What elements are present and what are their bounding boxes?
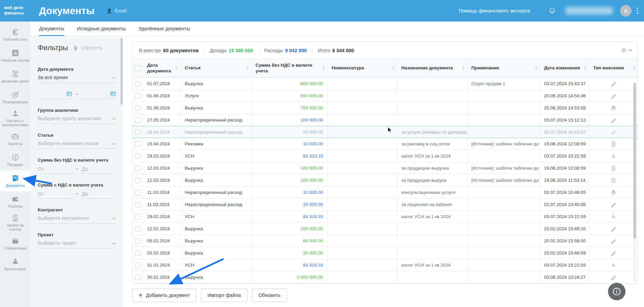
date-to-input[interactable] <box>81 90 116 99</box>
sidebar-item-planning[interactable]: Планирование <box>0 87 30 108</box>
sidebar-item-sales[interactable]: $Продажи <box>0 149 30 170</box>
column-header-entry_type[interactable]: Тип внесения <box>589 59 638 77</box>
kebab-menu-icon[interactable] <box>636 7 639 14</box>
filter-select[interactable]: Выберите название статьи <box>38 141 116 149</box>
row-checkbox[interactable] <box>135 250 140 256</box>
table-row[interactable]: 01.06.2024Выручка750 000.0020.06.2024 14… <box>132 102 638 114</box>
filter-select[interactable]: Выберите проект <box>38 240 116 248</box>
row-checkbox[interactable] <box>135 202 140 207</box>
date-from-input[interactable] <box>38 90 72 99</box>
row-checkbox[interactable] <box>135 214 140 219</box>
filter-select[interactable]: За всё время <box>38 75 116 83</box>
filter-select[interactable]: Выберите контрагента <box>38 215 116 224</box>
column-header-purpose[interactable]: Назначение документа <box>397 59 467 77</box>
help-link[interactable]: Помощь финансового эксперта <box>459 8 530 13</box>
refresh-button[interactable]: Обновить <box>252 288 287 302</box>
table-header: Дата документаСтатьяСумма без НДС в валю… <box>132 59 638 78</box>
column-header-modified[interactable]: Дата изменения <box>540 59 589 77</box>
table-row[interactable]: 11.03.2024Нераспределенный расход20 500.… <box>132 199 638 211</box>
sidebar-item-directories[interactable]: Справочники <box>0 233 30 254</box>
table-row[interactable]: 01.07.2024Выручка600 000.00Отдел продаж … <box>132 78 638 90</box>
briefcase-icon <box>11 132 20 141</box>
column-header-category[interactable]: Статья <box>181 59 251 77</box>
info-fab-button[interactable] <box>608 283 625 300</box>
sidebar-item-payment-requests[interactable]: $Заявки на платеж <box>0 212 30 233</box>
row-checkbox[interactable] <box>135 238 140 244</box>
sidebar-item-documents[interactable]: Документы <box>0 170 30 191</box>
table-row[interactable]: 15.04.2024Реклама10 000.00за рекламу в с… <box>132 138 638 150</box>
sidebar-item-counterparties[interactable]: Расчеты с контрагентами <box>0 108 30 129</box>
amount-from-input[interactable]: От <box>38 166 72 174</box>
table-row[interactable]: 12.02.2024Выручка100 000.0020.02.2024 15… <box>132 223 638 235</box>
range-dash: – <box>75 191 78 199</box>
sidebar-item-workspace[interactable]: Рабочий стол <box>0 24 30 45</box>
row-checkbox[interactable] <box>135 105 140 111</box>
person-icon <box>11 109 20 118</box>
filter-select[interactable]: Выберите группу аналитики <box>38 116 116 124</box>
sidebar-item-cash-flow[interactable]: Движение денег <box>0 66 30 87</box>
row-checkbox[interactable] <box>135 166 140 171</box>
sort-icon[interactable] <box>175 66 178 70</box>
table-row[interactable]: 12.03.2024Выручка100 000.00за продукцию … <box>132 174 638 186</box>
row-checkbox[interactable] <box>135 190 140 195</box>
table-row[interactable]: 01.06.2024Услуги550 000.0020.06.2024 14:… <box>132 90 638 102</box>
column-header-nomenclature[interactable]: Номенклатура <box>328 59 397 77</box>
row-checkbox[interactable] <box>135 117 140 123</box>
table-row[interactable]: 05.02.2024Выручка60 000.0020.02.2024 15:… <box>132 235 638 247</box>
tab-2[interactable]: Исходные документы <box>77 22 126 36</box>
filter-scrollbar-thumb[interactable] <box>121 38 123 105</box>
row-checkbox[interactable] <box>135 93 140 99</box>
table-scrollbar-track[interactable] <box>633 82 636 282</box>
tab-1[interactable]: Документы <box>39 22 64 36</box>
table-row[interactable]: 12.03.2024Выручка100 000.00за продукцию … <box>132 162 638 174</box>
row-checkbox[interactable] <box>135 275 140 280</box>
sidebar-item-payments[interactable]: Платежи <box>0 191 30 212</box>
sort-icon[interactable] <box>633 66 636 70</box>
add-document-button[interactable]: +Добавить документ <box>132 288 196 302</box>
amount-to-input[interactable]: До <box>81 166 116 174</box>
calendar-icon[interactable] <box>110 91 116 97</box>
sort-icon[interactable] <box>462 66 465 70</box>
column-header-date[interactable]: Дата документа <box>143 59 181 77</box>
column-header-amount[interactable]: Сумма без НДС в валюте учета <box>251 59 328 77</box>
cell-date: 29.03.2024 <box>143 150 181 162</box>
sort-icon[interactable] <box>584 66 587 70</box>
sort-icon[interactable] <box>246 66 249 70</box>
excel-export-button[interactable]: Excel <box>106 8 127 14</box>
column-header-note[interactable]: Примечание <box>467 59 540 77</box>
amount-from-input[interactable]: От <box>38 191 72 199</box>
table-row[interactable]: 30.01.2024Выручка3 000 000.0003.06.2024 … <box>132 271 638 283</box>
sidebar-item-profit-loss[interactable]: Прибыли убытки <box>0 45 30 66</box>
row-checkbox[interactable] <box>135 154 140 159</box>
table-row[interactable]: 31.01.2024УСН83 333.33налог УСН за 1 кв … <box>132 259 638 271</box>
app-logo[interactable]: моё дело финансы <box>0 5 30 16</box>
tab-3[interactable]: Удалённые документы <box>138 22 190 36</box>
row-checkbox[interactable] <box>135 141 140 147</box>
reset-filters-button[interactable]: Сбросить <box>73 45 102 51</box>
table-row[interactable]: 11.03.2024Нераспределенный расход10 000.… <box>132 186 638 199</box>
sidebar-item-accounting[interactable]: Бухгалтерия <box>0 254 30 275</box>
row-checkbox[interactable] <box>135 226 140 232</box>
table-row[interactable]: 29.03.2024УСН83 333.33налог УСН за 1 кв … <box>132 150 638 162</box>
table-scrollbar-thumb[interactable] <box>633 83 636 239</box>
calendar-icon[interactable] <box>66 91 72 97</box>
select-all-checkbox[interactable] <box>135 66 140 71</box>
gear-icon[interactable] <box>621 47 627 53</box>
row-checkbox[interactable] <box>135 178 140 183</box>
row-checkbox[interactable] <box>135 81 140 87</box>
sort-icon[interactable] <box>392 66 395 70</box>
import-file-button[interactable]: Импорт файла <box>201 288 247 302</box>
bell-icon[interactable] <box>548 7 556 15</box>
sort-icon[interactable] <box>535 66 538 70</box>
table-row[interactable]: 29.02.2024УСН83 333.33налог УСН за 1 кв … <box>132 211 638 223</box>
row-checkbox[interactable] <box>135 129 140 135</box>
sidebar-item-projects[interactable]: Проекты <box>0 129 30 149</box>
table-row[interactable]: 16.04.2024Нераспределенный расход50 000.… <box>132 126 638 138</box>
chevron-down-icon[interactable] <box>629 49 632 52</box>
amount-to-input[interactable]: До <box>81 191 116 199</box>
table-row[interactable]: 05.02.2024Выручка20 000.0020.02.2024 15:… <box>132 247 638 259</box>
avatar[interactable]: B <box>620 5 632 16</box>
sort-icon[interactable] <box>322 66 325 70</box>
row-checkbox[interactable] <box>135 263 140 268</box>
table-row[interactable]: 27.05.2024Нераспределенный расход100 000… <box>132 114 638 126</box>
